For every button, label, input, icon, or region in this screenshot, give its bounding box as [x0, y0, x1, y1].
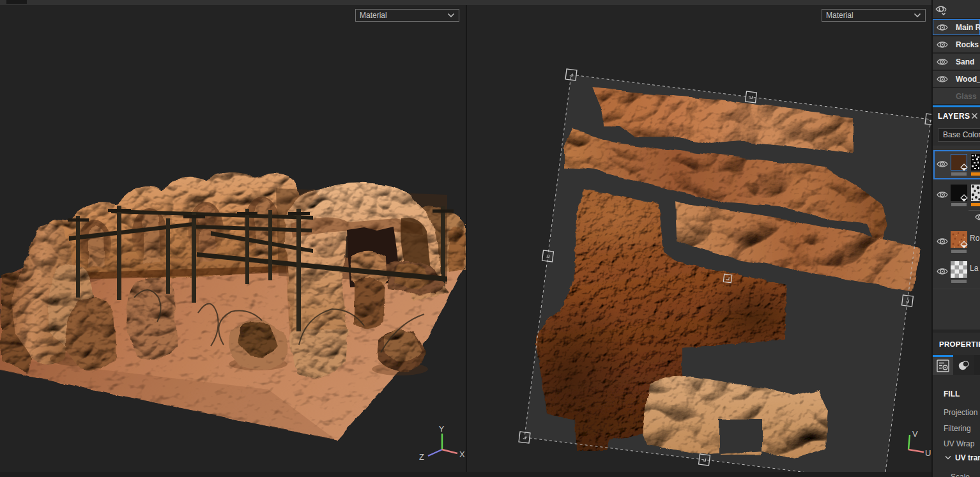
svg-text:Z: Z: [419, 452, 424, 462]
svg-text:U: U: [925, 448, 931, 458]
svg-text:Y: Y: [439, 424, 445, 434]
svg-text:X: X: [459, 450, 465, 459]
svg-text:V: V: [912, 429, 918, 439]
